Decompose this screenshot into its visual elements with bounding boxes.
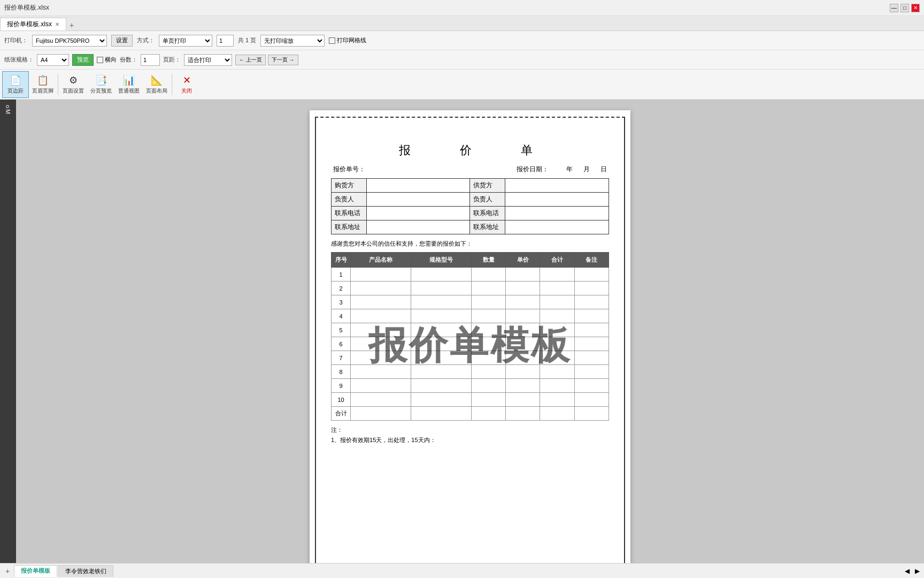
table-cell — [506, 309, 540, 323]
table-row: 4 — [332, 309, 609, 323]
settings-button[interactable]: 设置 — [111, 35, 133, 47]
table-cell — [574, 323, 609, 337]
table-cell — [351, 379, 411, 393]
info-row-contact: 负责人 负责人 — [332, 193, 609, 207]
page-setup-button[interactable]: ⚙ 页面设置 — [59, 71, 87, 98]
table-cell — [411, 337, 471, 351]
title-bar-controls: — □ ✕ — [890, 4, 920, 12]
scale-select[interactable]: 无打印缩放 — [260, 35, 325, 47]
col-seq: 序号 — [332, 253, 351, 268]
table-cell — [351, 365, 411, 379]
checkbox-icon[interactable] — [329, 37, 335, 44]
row-num: 6 — [332, 337, 351, 351]
method-select[interactable]: 单页打印 — [159, 35, 212, 47]
sheet-tab-secondary[interactable]: 李令营效老铁们 — [58, 565, 113, 577]
prev-page-button[interactable]: ← 上一页 — [235, 55, 266, 65]
supplier-phone-value — [505, 207, 609, 220]
supplier-contact-value — [505, 193, 609, 207]
table-cell — [411, 295, 471, 309]
table-cell — [540, 282, 574, 295]
next-page-button[interactable]: 下一页 → — [268, 55, 298, 65]
table-cell — [574, 337, 609, 351]
new-tab-button[interactable]: + — [66, 20, 77, 31]
doc-left-border — [315, 117, 316, 563]
table-cell — [351, 351, 411, 365]
close-preview-button[interactable]: ✕ 关闭 — [173, 71, 200, 98]
table-row: 合计 — [332, 407, 609, 421]
buyer-addr-label: 联系地址 — [332, 220, 367, 234]
table-header-row: 序号 产品名称 规格型号 数量 单价 合计 备注 — [332, 253, 609, 268]
scroll-right-button[interactable]: ▶ — [913, 567, 922, 575]
data-table: 序号 产品名称 规格型号 数量 单价 合计 备注 12345678910合计 — [331, 252, 609, 421]
row-num: 9 — [332, 379, 351, 393]
tab-main[interactable]: 报价单模板.xlsx ✕ — [0, 18, 66, 31]
page-number-input[interactable] — [217, 35, 234, 47]
table-cell — [540, 323, 574, 337]
buyer-contact-label: 负责人 — [332, 193, 367, 207]
quote-no-label: 报价单号： — [333, 165, 365, 174]
row-num: 5 — [332, 323, 351, 337]
landscape-cb-icon[interactable] — [97, 57, 103, 63]
table-cell — [471, 407, 505, 421]
print-gridlines-checkbox[interactable]: 打印网格线 — [329, 36, 366, 44]
header-footer-button[interactable]: 📋 页眉页脚 — [29, 71, 57, 98]
page-margin-icon: 📄 — [10, 74, 21, 86]
page-layout-button[interactable]: 📐 页面布局 — [143, 71, 171, 98]
table-cell — [351, 309, 411, 323]
table-cell — [471, 379, 505, 393]
table-cell — [411, 365, 471, 379]
table-cell — [506, 407, 540, 421]
page-layout-icon: 📐 — [151, 74, 163, 86]
table-cell — [574, 407, 609, 421]
paper-select[interactable]: A4 — [37, 54, 69, 66]
margins-select[interactable]: 适合打印 — [184, 54, 232, 66]
minimize-button[interactable]: — — [890, 4, 898, 12]
table-cell — [506, 282, 540, 295]
sheet-tabs: + 报价单模板 李令营效老铁们 ◀ ▶ — [0, 563, 924, 578]
table-cell — [411, 323, 471, 337]
landscape-checkbox[interactable]: 横向 — [97, 56, 117, 64]
printer-select[interactable]: Fujitsu DPK750PRO — [32, 35, 107, 47]
close-button[interactable]: ✕ — [911, 4, 920, 12]
total-label: 合计 — [332, 407, 351, 421]
page-break-icon: 📑 — [95, 74, 107, 86]
table-cell — [506, 379, 540, 393]
margins-label: 页距： — [163, 56, 181, 64]
info-table: 购货方 供货方 负责人 负责人 联系电话 联系电话 — [331, 178, 609, 234]
tab-close-icon[interactable]: ✕ — [55, 21, 59, 27]
col-total: 合计 — [540, 253, 574, 268]
page-break-button[interactable]: 📑 分页预览 — [87, 71, 115, 98]
buyer-phone-value — [366, 207, 470, 220]
table-cell — [540, 379, 574, 393]
table-cell — [411, 407, 471, 421]
title-bar-filename: 报价单模板.xlsx — [4, 3, 49, 12]
normal-view-button[interactable]: 📊 普通视图 — [115, 71, 143, 98]
notice-text: 感谢贵您对本公司的信任和支持，您需要的报价如下： — [331, 240, 609, 248]
page-margin-button[interactable]: 📄 页边距 — [2, 71, 29, 98]
table-cell — [540, 393, 574, 407]
supplier-addr-value — [505, 220, 609, 234]
preview-button[interactable]: 预览 — [72, 54, 94, 66]
buyer-addr-value — [366, 220, 470, 234]
copies-label: 份数： — [120, 56, 137, 64]
document-title: 报 价 单 — [331, 142, 609, 158]
table-cell — [471, 351, 505, 365]
supplier-phone-label: 联系电话 — [470, 207, 505, 220]
table-cell — [540, 295, 574, 309]
table-cell — [540, 351, 574, 365]
table-cell — [574, 351, 609, 365]
copies-input[interactable] — [141, 54, 160, 66]
restore-button[interactable]: □ — [900, 4, 909, 12]
table-row: 10 — [332, 393, 609, 407]
tab-add-sheet[interactable]: + — [2, 566, 13, 576]
table-cell — [540, 337, 574, 351]
sheet-tab-main[interactable]: 报价单模板 — [14, 565, 57, 577]
table-cell — [471, 323, 505, 337]
quote-date: 报价日期： 年 月 日 — [517, 165, 607, 174]
col-spec: 规格型号 — [411, 253, 471, 268]
table-cell — [574, 282, 609, 295]
scroll-left-button[interactable]: ◀ — [903, 567, 912, 575]
table-cell — [506, 393, 540, 407]
table-cell — [574, 365, 609, 379]
table-row: 6 — [332, 337, 609, 351]
